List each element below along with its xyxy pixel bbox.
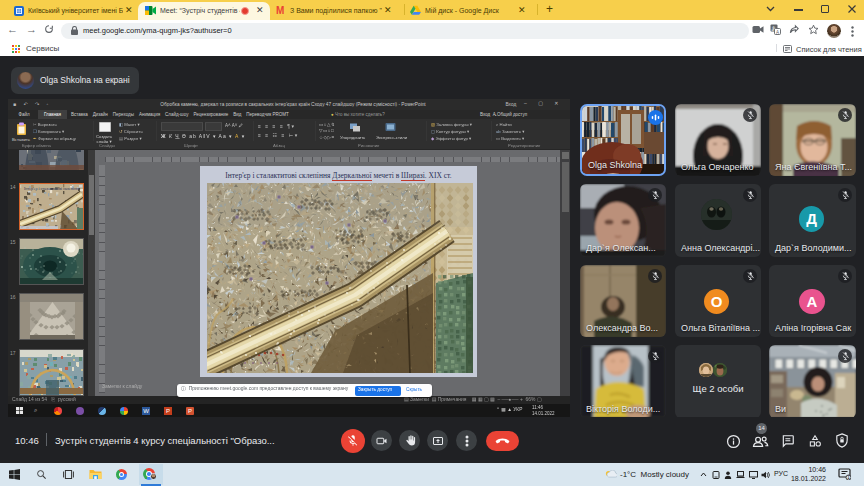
svg-text:Інтер'єр і сталактитові склепі: Інтер'єр і сталактитові склепіння (24, 186, 80, 191)
